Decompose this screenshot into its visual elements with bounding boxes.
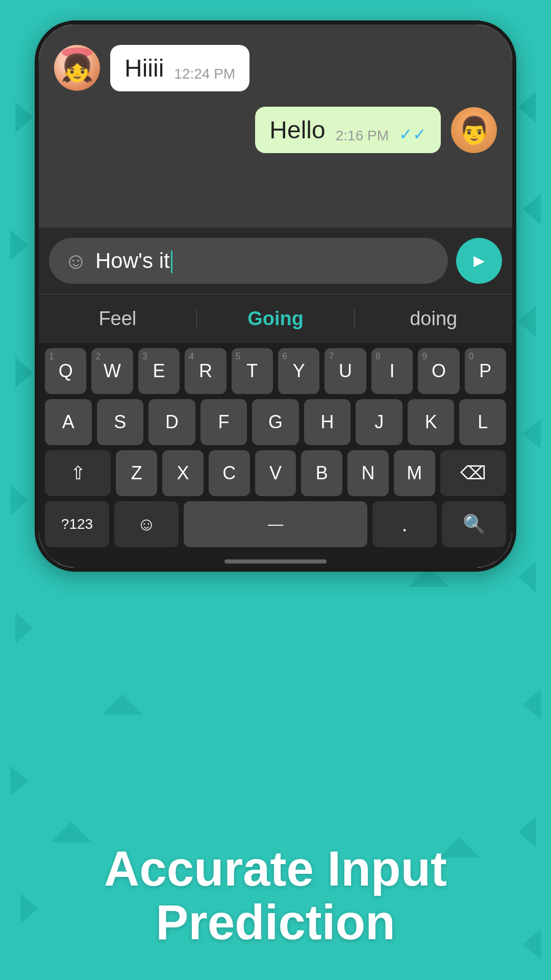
prediction-right[interactable]: doing xyxy=(355,304,512,334)
sent-text: Hello xyxy=(269,116,325,144)
key-t[interactable]: 5T xyxy=(232,348,273,394)
received-text: Hiiii xyxy=(124,54,164,82)
key-space[interactable]: — xyxy=(184,501,367,547)
svg-marker-5 xyxy=(10,766,28,796)
sent-bubble: Hello 2:16 PM ✓✓ xyxy=(255,107,441,153)
key-p[interactable]: 0P xyxy=(465,348,506,394)
send-icon: ► xyxy=(470,250,488,272)
svg-marker-0 xyxy=(15,102,33,133)
key-u[interactable]: 7U xyxy=(324,348,366,394)
keyboard-row-2: A S D F G H J K L xyxy=(45,399,506,445)
predictions-bar: Feel Going doing xyxy=(39,294,512,343)
key-numbers[interactable]: ?123 xyxy=(45,501,109,547)
key-f[interactable]: F xyxy=(201,399,247,445)
key-y[interactable]: 6Y xyxy=(278,348,319,394)
svg-marker-1 xyxy=(10,230,28,260)
input-field[interactable]: ☺ How's it xyxy=(49,238,448,284)
phone-inner: Hiiii 12:24 PM Hello 2:16 PM ✓✓ ☺ How's … xyxy=(39,24,512,568)
keyboard-row-4: ?123 ☺ — . 🔍 xyxy=(45,501,506,547)
key-r[interactable]: 4R xyxy=(185,348,226,394)
key-x[interactable]: X xyxy=(162,450,204,496)
prediction-center[interactable]: Going xyxy=(197,304,355,334)
key-q[interactable]: 1Q xyxy=(45,348,86,394)
read-checkmarks: ✓✓ xyxy=(399,125,427,144)
svg-marker-9 xyxy=(518,306,536,337)
key-i[interactable]: 8I xyxy=(371,348,413,394)
svg-marker-7 xyxy=(518,92,536,122)
message-sent: Hello 2:16 PM ✓✓ xyxy=(54,107,497,153)
svg-marker-11 xyxy=(518,561,536,592)
key-b[interactable]: B xyxy=(301,450,342,496)
key-m[interactable]: M xyxy=(394,450,435,496)
nav-pill xyxy=(224,559,327,564)
svg-marker-12 xyxy=(523,689,541,720)
key-period[interactable]: . xyxy=(372,501,437,547)
key-g[interactable]: G xyxy=(252,399,299,445)
key-n[interactable]: N xyxy=(347,450,389,496)
send-button[interactable]: ► xyxy=(456,238,502,284)
key-j[interactable]: J xyxy=(356,399,403,445)
key-z[interactable]: Z xyxy=(116,450,157,496)
key-d[interactable]: D xyxy=(148,399,195,445)
key-k[interactable]: K xyxy=(408,399,455,445)
key-o[interactable]: 9O xyxy=(418,348,459,394)
emoji-button[interactable]: ☺ xyxy=(64,248,87,274)
svg-marker-18 xyxy=(51,822,92,842)
key-backspace[interactable]: ⌫ xyxy=(440,450,506,496)
key-e[interactable]: 3E xyxy=(138,348,180,394)
keyboard: 1Q 2W 3E 4R 5T 6Y 7U 8I 9O 0P A S D F G … xyxy=(39,343,512,560)
sent-time: 2:16 PM xyxy=(336,128,389,144)
key-s[interactable]: S xyxy=(97,399,144,445)
svg-marker-2 xyxy=(15,357,33,388)
keyboard-row-1: 1Q 2W 3E 4R 5T 6Y 7U 8I 9O 0P xyxy=(45,348,506,394)
input-bar: ☺ How's it ► xyxy=(39,228,512,294)
avatar-man xyxy=(451,107,497,153)
message-received: Hiiii 12:24 PM xyxy=(54,45,497,91)
svg-marker-4 xyxy=(15,612,33,643)
key-v[interactable]: V xyxy=(255,450,296,496)
text-cursor xyxy=(171,251,172,273)
input-value: How's it xyxy=(95,249,170,273)
key-c[interactable]: C xyxy=(209,450,250,496)
bottom-text-area: Accurate Input Prediction xyxy=(0,842,551,949)
bottom-nav xyxy=(39,560,512,568)
key-a[interactable]: A xyxy=(45,399,92,445)
input-text[interactable]: How's it xyxy=(95,249,433,274)
received-bubble: Hiiii 12:24 PM xyxy=(110,45,249,91)
prediction-left[interactable]: Feel xyxy=(39,304,196,334)
bottom-title-line1: Accurate Input xyxy=(0,842,551,896)
key-w[interactable]: 2W xyxy=(91,348,133,394)
key-emoji[interactable]: ☺ xyxy=(114,501,179,547)
avatar-girl xyxy=(54,45,100,91)
chat-area: Hiiii 12:24 PM Hello 2:16 PM ✓✓ xyxy=(39,24,512,228)
received-time: 12:24 PM xyxy=(174,66,235,82)
key-shift[interactable]: ⇧ xyxy=(45,450,111,496)
svg-marker-8 xyxy=(523,194,541,225)
bottom-title-line2: Prediction xyxy=(0,895,551,949)
svg-marker-3 xyxy=(10,485,28,516)
keyboard-row-3: ⇧ Z X C V B N M ⌫ xyxy=(45,450,506,496)
key-search[interactable]: 🔍 xyxy=(442,501,506,547)
svg-marker-10 xyxy=(523,419,541,449)
key-h[interactable]: H xyxy=(304,399,351,445)
phone-frame: Hiiii 12:24 PM Hello 2:16 PM ✓✓ ☺ How's … xyxy=(35,20,516,572)
svg-marker-17 xyxy=(102,694,143,715)
key-l[interactable]: L xyxy=(459,399,506,445)
